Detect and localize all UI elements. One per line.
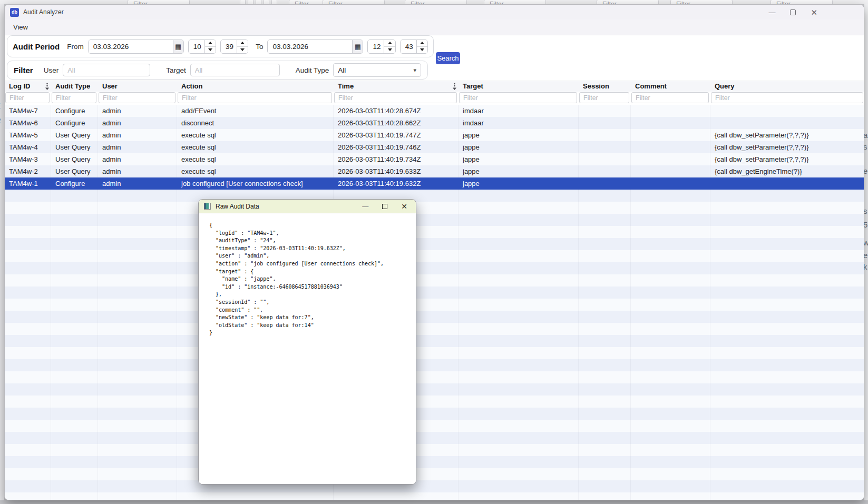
column-header-session[interactable]: Session [579,81,631,92]
column-header-audit_type[interactable]: Audit Type [51,81,98,92]
table-row-TAM4w-7[interactable]: TAM4w-7Configureadminadd/FEvent2026-03-0… [5,105,864,117]
column-header-comment[interactable]: Comment [631,81,710,92]
dialog-titlebar: Raw Audit Data — ✕ [199,200,416,213]
cell-session [579,311,631,323]
user-filter-input[interactable] [63,64,150,76]
background-spinner-fragment [264,0,269,4]
sort-icon[interactable] [45,83,50,91]
cell-audit_type [51,359,98,371]
cell-session [579,420,631,432]
column-header-action[interactable]: Action [177,81,334,92]
cell-target [459,286,579,299]
cell-log_id [5,335,51,347]
titlebar: db Audit Analyzer — ✕ [5,5,864,19]
to-date-input[interactable] [268,40,352,53]
cell-comment [631,492,710,500]
cell-audit_type [51,262,98,274]
to-hour-decrement-button[interactable] [384,46,395,53]
cell-audit_type [51,432,98,444]
cell-session [579,286,631,299]
table-row-TAM4w-6[interactable]: TAM4w-6Configureadmindisconnect2026-03-0… [5,117,864,129]
maximize-icon[interactable] [790,9,796,15]
column-header-target[interactable]: Target [459,81,579,92]
to-minute-increment-button[interactable] [417,40,427,46]
raw-audit-data-icon [204,203,211,210]
cell-audit_type: User Query [51,153,98,165]
column-header-time[interactable]: Time [334,81,459,92]
table-row-TAM4w-3[interactable]: TAM4w-3User Queryadminexecute sql2026-03… [5,153,864,165]
table-row-TAM4w-2[interactable]: TAM4w-2User Queryadminexecute sql2026-03… [5,165,864,177]
cell-query [710,492,864,500]
cell-time: 2026-03-03T11:40:28.662Z [334,117,459,129]
column-filter-input-action[interactable] [178,92,332,103]
column-filter-cell [459,92,579,104]
cell-query [710,226,864,238]
to-hour-increment-button[interactable] [384,40,395,46]
column-header-log_id[interactable]: Log ID [5,81,51,92]
audit-type-select[interactable]: All ▾ [333,63,421,77]
background-text-fragment: a [864,131,868,140]
column-filter-input-time[interactable] [334,92,457,103]
chevron-down-icon: ▾ [413,67,416,74]
cell-user: admin [98,153,177,165]
table-row-TAM4w-4[interactable]: TAM4w-4User Queryadminexecute sql2026-03… [5,141,864,153]
cell-audit_type [51,274,98,286]
table-row-TAM4w-5[interactable]: TAM4w-5User Queryadminexecute sql2026-03… [5,129,864,141]
from-minute-increment-button[interactable] [237,40,248,46]
cell-query [710,311,864,323]
column-filter-input-session[interactable] [579,92,629,103]
cell-session [579,141,631,153]
column-filter-input-comment[interactable] [631,92,709,103]
table-row-TAM4w-1[interactable]: TAM4w-1Configureadminjob configured [Use… [5,177,864,190]
cell-audit_type: User Query [51,165,98,177]
column-filter-input-query[interactable] [711,92,863,103]
arrow-down-icon [420,48,424,51]
from-minute-input[interactable] [221,40,237,53]
from-hour-input[interactable] [189,40,204,53]
from-hour-decrement-button[interactable] [205,46,216,53]
cell-comment [631,190,710,202]
cell-log_id: TAM4w-4 [5,141,51,153]
calendar-icon[interactable]: ▦ [352,40,363,53]
cell-comment [631,468,710,480]
cell-log_id [5,371,51,383]
sort-icon[interactable] [452,83,457,91]
cell-audit_type [51,444,98,456]
to-hour-input[interactable] [368,40,384,53]
menubar: View [5,19,864,35]
column-filter-input-target[interactable] [459,92,577,103]
maximize-icon[interactable] [382,204,387,209]
calendar-icon[interactable]: ▦ [173,40,183,53]
cell-session [579,105,631,117]
target-filter-input[interactable] [190,64,280,76]
table-row-empty [5,335,864,347]
minimize-icon[interactable]: — [362,203,368,210]
cell-audit_type [51,250,98,262]
column-filter-input-log_id[interactable] [5,92,50,103]
from-minute-decrement-button[interactable] [237,46,248,53]
table-row-empty [5,432,864,444]
minimize-icon[interactable]: — [768,9,775,16]
close-icon[interactable]: ✕ [811,8,817,16]
grid-header-row: Log IDAudit TypeUserActionTimeTargetSess… [5,81,864,92]
close-icon[interactable]: ✕ [401,203,407,210]
cell-audit_type [51,492,98,500]
cell-target: imdaar [459,117,579,129]
column-filter-input-user[interactable] [99,92,175,103]
cell-target [459,492,579,500]
cell-log_id [5,286,51,299]
from-hour-increment-button[interactable] [205,40,216,46]
column-header-user[interactable]: User [98,81,177,92]
arrow-down-icon [208,48,212,51]
cell-comment [631,383,710,396]
search-button[interactable]: Search [436,52,460,64]
cell-action: execute sql [177,153,334,165]
column-header-query[interactable]: Query [710,81,864,92]
table-row-empty [5,299,864,311]
cell-action: execute sql [177,165,334,177]
to-minute-input[interactable] [401,40,416,53]
from-date-input[interactable] [89,40,173,53]
menu-view[interactable]: View [13,23,28,31]
column-filter-input-audit_type[interactable] [52,92,96,103]
to-minute-decrement-button[interactable] [417,46,427,53]
